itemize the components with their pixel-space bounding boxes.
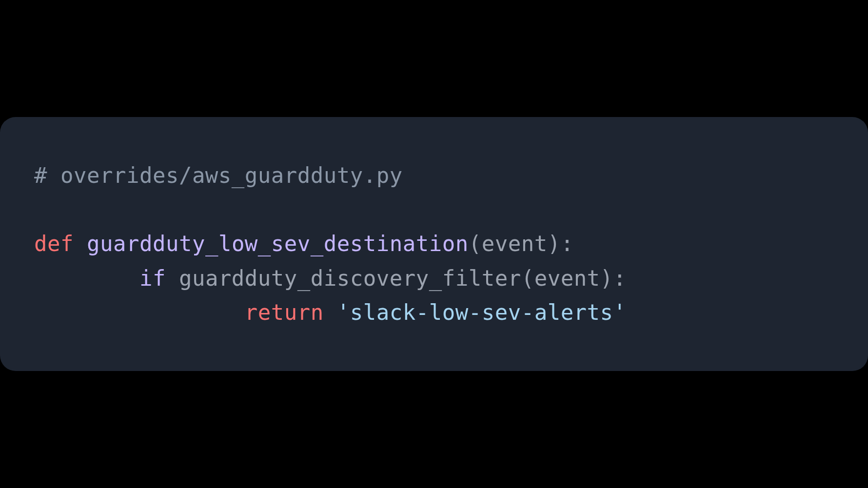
close-paren-2: ) <box>600 266 613 291</box>
param-event-2: event <box>534 266 600 291</box>
code-line-comment: # overrides/aws_guardduty.py <box>34 158 834 193</box>
close-paren: ) <box>548 231 561 256</box>
string-literal: 'slack-low-sev-alerts' <box>337 300 627 325</box>
return-keyword: return <box>245 300 324 325</box>
indent <box>34 266 139 291</box>
filter-function-call: guardduty_discovery_filter <box>179 266 521 291</box>
indent-2 <box>34 300 245 325</box>
comment-text: # overrides/aws_guardduty.py <box>34 163 403 188</box>
code-line-return: return 'slack-low-sev-alerts' <box>34 295 834 330</box>
code-block: # overrides/aws_guardduty.py def guarddu… <box>0 117 868 371</box>
open-paren-2: ( <box>521 266 534 291</box>
if-keyword: if <box>139 266 166 291</box>
function-name: guardduty_low_sev_destination <box>87 231 469 256</box>
code-line-if: if guardduty_discovery_filter(event): <box>34 261 834 295</box>
colon: : <box>561 231 574 256</box>
colon-2: : <box>613 266 627 291</box>
open-paren: ( <box>469 231 482 256</box>
code-line-def: def guardduty_low_sev_destination(event)… <box>34 227 834 261</box>
def-keyword: def <box>34 231 74 256</box>
param-event: event <box>482 231 548 256</box>
blank-line <box>34 193 834 227</box>
